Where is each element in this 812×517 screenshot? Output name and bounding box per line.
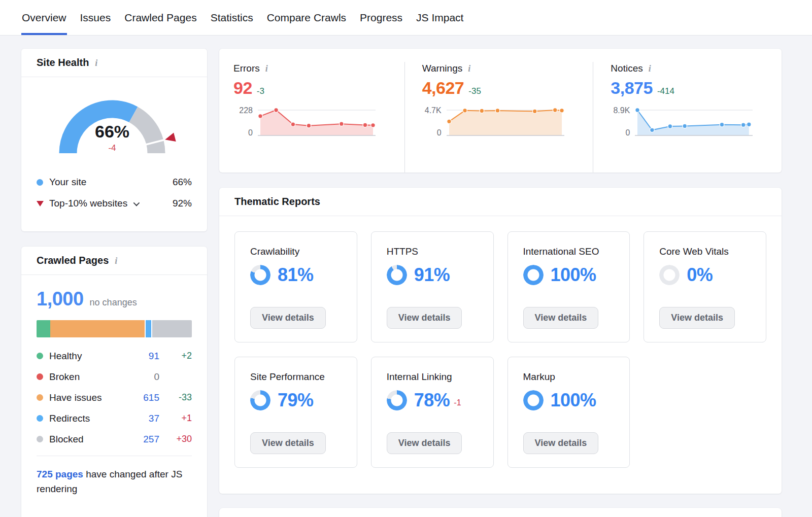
score-percent: 81% bbox=[278, 264, 314, 286]
tab-compare-crawls[interactable]: Compare Crawls bbox=[266, 0, 347, 35]
tab-statistics[interactable]: Statistics bbox=[210, 0, 254, 35]
js-rendering-note: 725 pages have changed after JS renderin… bbox=[37, 456, 192, 496]
top10-value: 92% bbox=[173, 198, 192, 209]
info-icon[interactable]: i bbox=[647, 63, 653, 74]
crawled-pages-title: Crawled Pages bbox=[37, 255, 109, 266]
category-delta: +2 bbox=[159, 351, 192, 361]
category-delta: +1 bbox=[159, 413, 192, 424]
your-site-label: Your site bbox=[49, 177, 86, 188]
crawled-pages-row: Blocked 257 +30 bbox=[37, 429, 192, 450]
score-ring-icon bbox=[523, 265, 544, 285]
thematic-card-markup: Markup 100% View details bbox=[507, 357, 630, 468]
trend-delta: -35 bbox=[468, 86, 481, 96]
view-details-button[interactable]: View details bbox=[523, 432, 599, 454]
category-value-link[interactable]: 37 bbox=[122, 413, 159, 424]
crawled-pages-row: Redirects 37 +1 bbox=[37, 408, 192, 429]
top-tab-bar: OverviewIssuesCrawled PagesStatisticsCom… bbox=[0, 0, 812, 36]
thematic-card-internal-linking: Internal Linking 78% -1 View details bbox=[371, 357, 494, 468]
score-percent: 100% bbox=[551, 390, 596, 411]
score-percent: 79% bbox=[278, 390, 314, 411]
trend-title: Errors bbox=[233, 63, 260, 74]
view-details-button[interactable]: View details bbox=[659, 307, 735, 329]
thematic-report-name: Internal Linking bbox=[387, 371, 478, 383]
info-icon[interactable]: i bbox=[466, 63, 472, 74]
thematic-report-name: HTTPS bbox=[387, 246, 478, 257]
bar-segment-healthy[interactable] bbox=[37, 320, 50, 337]
axis-max-label: 8.9K bbox=[613, 106, 630, 115]
trend-y-axis: 4.7K 0 bbox=[422, 106, 447, 139]
thematic-card-core-web-vitals: Core Web Vitals 0% View details bbox=[644, 231, 766, 342]
info-icon[interactable]: i bbox=[93, 57, 99, 68]
bar-segment-redirects[interactable] bbox=[146, 320, 151, 337]
score-ring-icon bbox=[387, 265, 407, 285]
view-details-button[interactable]: View details bbox=[523, 307, 599, 329]
view-details-button[interactable]: View details bbox=[250, 432, 326, 454]
your-site-dot-icon bbox=[37, 179, 43, 186]
category-value-link[interactable]: 257 bbox=[122, 434, 159, 445]
axis-min-label: 0 bbox=[625, 128, 630, 137]
thematic-card-https: HTTPS 91% View details bbox=[371, 231, 494, 342]
chevron-down-icon[interactable] bbox=[133, 199, 140, 206]
axis-max-label: 228 bbox=[239, 106, 253, 115]
thematic-report-name: Markup bbox=[523, 371, 615, 383]
issues-trend-card: Errors i 92 -3 228 0 Warnings i 4,627 -3… bbox=[219, 49, 782, 173]
category-value-link: 0 bbox=[122, 371, 159, 383]
view-details-button[interactable]: View details bbox=[250, 307, 326, 329]
score-ring-icon bbox=[523, 390, 544, 410]
category-dot-icon bbox=[37, 415, 43, 422]
crawled-pages-card: Crawled Pages i 1,000 no changes Healthy… bbox=[21, 247, 207, 517]
trend-sparkline bbox=[258, 106, 379, 139]
trend-current-value: 4,627 bbox=[422, 78, 464, 98]
bar-segment-blocked[interactable] bbox=[152, 320, 192, 337]
view-details-button[interactable]: View details bbox=[387, 307, 462, 329]
trend-sparkline bbox=[635, 106, 756, 139]
trend-delta: -414 bbox=[657, 86, 674, 96]
category-dot-icon bbox=[37, 436, 43, 442]
view-details-button[interactable]: View details bbox=[387, 432, 462, 454]
category-dot-icon bbox=[37, 394, 43, 401]
legend-row-top10: Top-10% websites 92% bbox=[37, 193, 192, 214]
category-label: Broken bbox=[49, 371, 80, 383]
your-site-value: 66% bbox=[173, 177, 192, 188]
thematic-card-international-seo: International SEO 100% View details bbox=[507, 231, 630, 342]
errors-trend-section: Errors i 92 -3 228 0 bbox=[219, 62, 404, 173]
bar-segment-have-issues[interactable] bbox=[50, 320, 145, 337]
info-icon[interactable]: i bbox=[113, 255, 119, 266]
thematic-report-name: Core Web Vitals bbox=[659, 246, 751, 257]
score-delta: -1 bbox=[454, 398, 461, 407]
trend-delta: -3 bbox=[257, 86, 264, 96]
axis-max-label: 4.7K bbox=[425, 106, 442, 115]
category-value-link[interactable]: 91 bbox=[122, 351, 159, 362]
trend-y-axis: 8.9K 0 bbox=[611, 106, 635, 139]
axis-min-label: 0 bbox=[248, 128, 253, 137]
trend-y-axis: 228 0 bbox=[233, 106, 258, 139]
trend-title: Warnings bbox=[422, 63, 463, 74]
tab-js-impact[interactable]: JS Impact bbox=[416, 0, 464, 35]
score-percent: 91% bbox=[414, 264, 450, 286]
score-ring-icon bbox=[250, 390, 270, 410]
tab-progress[interactable]: Progress bbox=[359, 0, 403, 35]
tab-issues[interactable]: Issues bbox=[80, 0, 112, 35]
category-label: Have issues bbox=[49, 392, 102, 403]
site-health-score: 66% bbox=[95, 122, 129, 142]
axis-min-label: 0 bbox=[437, 128, 442, 137]
category-dot-icon bbox=[37, 373, 43, 380]
category-label: Blocked bbox=[49, 434, 84, 445]
trend-current-value: 92 bbox=[233, 78, 252, 98]
category-value-link[interactable]: 615 bbox=[122, 392, 159, 403]
score-ring-icon bbox=[387, 390, 407, 410]
category-label: Redirects bbox=[49, 413, 90, 424]
thematic-card-crawlability: Crawlability 81% View details bbox=[234, 231, 357, 342]
top10-label: Top-10% websites bbox=[49, 198, 127, 209]
crawled-pages-row: Broken 0 bbox=[37, 366, 192, 387]
trend-title: Notices bbox=[611, 63, 642, 74]
changed-pages-link[interactable]: 725 pages bbox=[37, 469, 83, 479]
trend-current-value: 3,875 bbox=[611, 78, 653, 98]
tab-crawled-pages[interactable]: Crawled Pages bbox=[124, 0, 197, 35]
thematic-report-name: Site Performance bbox=[250, 371, 342, 383]
trend-sparkline bbox=[447, 106, 568, 139]
category-delta: +30 bbox=[159, 434, 192, 444]
tab-overview[interactable]: Overview bbox=[21, 0, 67, 35]
thematic-report-name: International SEO bbox=[523, 246, 615, 257]
info-icon[interactable]: i bbox=[264, 63, 269, 74]
